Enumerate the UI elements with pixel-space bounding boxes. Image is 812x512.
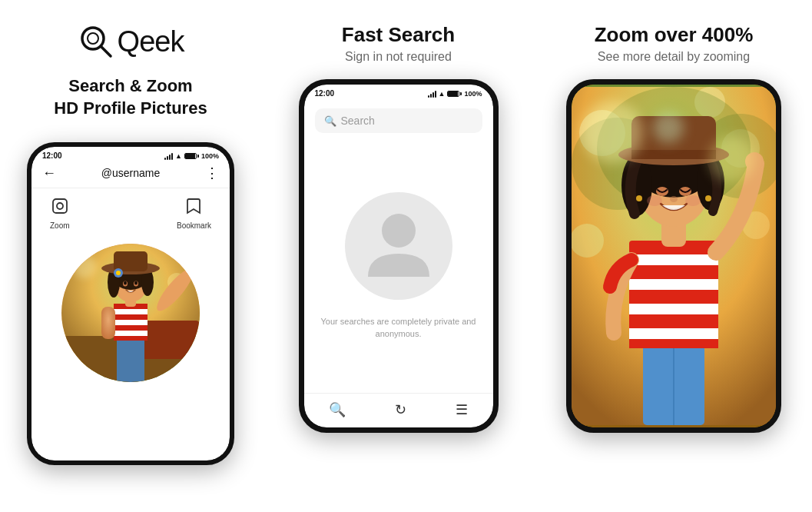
svg-point-38 bbox=[572, 224, 604, 258]
wifi-icon-middle: ▲ bbox=[439, 90, 446, 98]
time-middle: 12:00 bbox=[315, 89, 335, 98]
battery-icon-middle bbox=[447, 91, 462, 97]
bookmark-action[interactable]: Bookmark bbox=[177, 198, 211, 230]
phone-mockup-right bbox=[566, 79, 781, 433]
svg-rect-48 bbox=[629, 290, 718, 304]
bookmark-icon bbox=[186, 198, 201, 218]
left-panel: Qeek Search & Zoom HD Profile Pictures 1… bbox=[0, 0, 261, 512]
logo-icon bbox=[78, 23, 114, 60]
status-right-left: ▲ 100% bbox=[164, 152, 219, 160]
right-panel: Zoom over 400% See more detail by zoomin… bbox=[535, 0, 812, 512]
svg-point-7 bbox=[73, 255, 96, 278]
svg-point-65 bbox=[636, 195, 642, 201]
svg-rect-19 bbox=[101, 307, 115, 339]
middle-panel: Fast Search Sign in not required 12:00 bbox=[261, 0, 535, 512]
username-display: @username bbox=[101, 167, 160, 179]
svg-rect-17 bbox=[114, 336, 147, 341]
svg-point-30 bbox=[134, 281, 138, 285]
profile-svg bbox=[61, 244, 200, 382]
svg-rect-16 bbox=[114, 325, 147, 331]
status-bar-left: 12:00 ▲ 100% bbox=[31, 147, 230, 161]
history-nav-icon[interactable]: ↻ bbox=[395, 401, 406, 418]
phone-mockup-middle: 12:00 ▲ 100% bbox=[299, 79, 499, 433]
bottom-nav: 🔍 ↻ ☰ bbox=[304, 393, 493, 427]
zoom-label: Zoom bbox=[50, 221, 70, 230]
tagline: Search & Zoom HD Profile Pictures bbox=[54, 75, 207, 119]
phone-screen-left: 12:00 ▲ 100% bbox=[31, 147, 230, 460]
feature-title-middle: Fast Search bbox=[342, 23, 455, 47]
svg-rect-50 bbox=[629, 339, 718, 348]
battery-icon bbox=[184, 153, 199, 159]
svg-point-62 bbox=[670, 196, 678, 202]
logo-container: Qeek bbox=[78, 23, 184, 60]
search-icon: 🔍 bbox=[324, 115, 336, 127]
status-right-middle: ▲ 100% bbox=[428, 90, 482, 98]
feature-title-right: Zoom over 400% bbox=[595, 23, 754, 47]
more-options-icon[interactable]: ⋮ bbox=[205, 165, 219, 181]
profile-image bbox=[61, 244, 200, 382]
wifi-icon: ▲ bbox=[175, 152, 182, 160]
zoom-icon bbox=[51, 198, 68, 218]
svg-point-32 bbox=[116, 271, 121, 275]
svg-point-4 bbox=[57, 203, 63, 209]
feature-header-right: Zoom over 400% See more detail by zoomin… bbox=[595, 23, 754, 64]
svg-rect-3 bbox=[53, 199, 67, 213]
feature-subtitle-right: See more detail by zooming bbox=[595, 50, 754, 64]
signal-icon bbox=[164, 152, 173, 160]
app-header-left: ← @username ⋮ bbox=[31, 161, 230, 188]
svg-point-63 bbox=[647, 195, 662, 206]
svg-point-2 bbox=[88, 33, 98, 44]
avatar-placeholder bbox=[345, 192, 452, 300]
app-name: Qeek bbox=[118, 25, 184, 58]
svg-point-64 bbox=[685, 195, 701, 206]
search-bar[interactable]: 🔍 Search bbox=[315, 108, 482, 133]
svg-point-29 bbox=[124, 281, 127, 285]
svg-line-1 bbox=[101, 46, 111, 56]
private-text: Your searches are completely private and… bbox=[320, 315, 478, 341]
time-left: 12:00 bbox=[42, 151, 62, 160]
phone-screen-right bbox=[572, 85, 776, 427]
zoom-action[interactable]: Zoom bbox=[50, 198, 70, 230]
feature-subtitle-middle: Sign in not required bbox=[342, 50, 455, 64]
svg-rect-49 bbox=[629, 314, 718, 328]
phone-screen-middle: 12:00 ▲ 100% bbox=[304, 85, 493, 427]
profile-placeholder-area: Your searches are completely private and… bbox=[304, 139, 493, 393]
zoomed-photo bbox=[572, 85, 776, 427]
search-nav-icon[interactable]: 🔍 bbox=[329, 401, 346, 418]
profile-pic-area: TAP TO ZOOM bbox=[31, 244, 230, 382]
signal-icon-middle bbox=[428, 90, 436, 98]
profile-pic-circle[interactable] bbox=[61, 244, 200, 382]
svg-rect-59 bbox=[631, 150, 716, 159]
search-placeholder: Search bbox=[341, 115, 375, 127]
action-bar: Zoom Bookmark bbox=[31, 188, 230, 236]
bookmark-label: Bookmark bbox=[177, 221, 211, 230]
svg-rect-12 bbox=[117, 334, 144, 382]
svg-rect-15 bbox=[114, 314, 147, 320]
svg-point-33 bbox=[382, 214, 416, 248]
svg-rect-13 bbox=[114, 304, 147, 341]
svg-rect-47 bbox=[629, 265, 718, 279]
feature-header-middle: Fast Search Sign in not required bbox=[342, 0, 455, 64]
back-arrow-icon[interactable]: ← bbox=[42, 165, 56, 181]
menu-nav-icon[interactable]: ☰ bbox=[456, 401, 468, 418]
svg-point-66 bbox=[705, 195, 711, 201]
status-bar-middle: 12:00 ▲ 100% bbox=[304, 85, 493, 99]
main-container: Qeek Search & Zoom HD Profile Pictures 1… bbox=[0, 0, 812, 512]
phone-mockup-left: 12:00 ▲ 100% bbox=[27, 142, 234, 465]
battery-text-middle: 100% bbox=[464, 90, 482, 98]
default-avatar-svg bbox=[360, 204, 437, 288]
battery-text-left: 100% bbox=[201, 152, 219, 160]
